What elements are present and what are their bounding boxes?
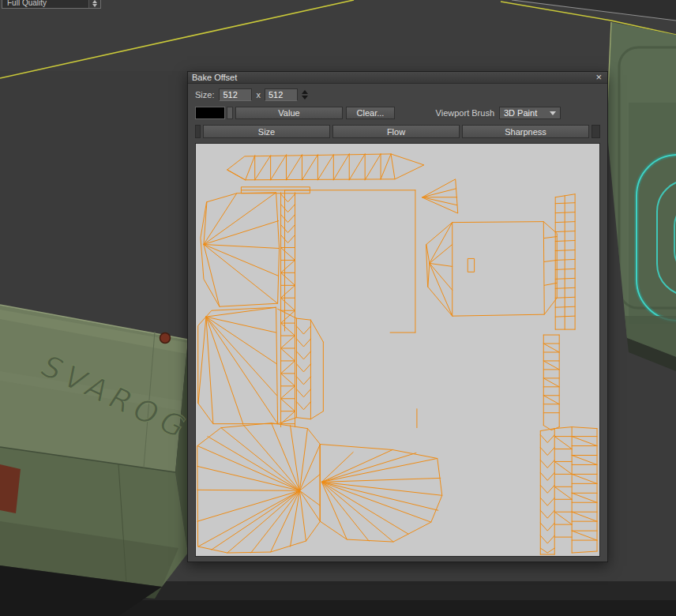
uv-editor-canvas[interactable] (195, 143, 600, 557)
size-stepper[interactable] (302, 90, 308, 100)
channel-tabs-row: Size Flow Sharpness (195, 125, 600, 138)
size-times-label: x (256, 90, 261, 100)
color-swatch[interactable] (195, 107, 225, 119)
viewport-brush-label: Viewport Brush (436, 108, 494, 118)
tab-flow[interactable]: Flow (332, 125, 460, 138)
quality-dropdown[interactable]: Full Quality (2, 0, 101, 9)
close-icon[interactable]: × (594, 73, 603, 82)
spinner-up-icon[interactable] (92, 0, 97, 3)
tab-strip-end-cap-left (195, 125, 201, 138)
clear-button[interactable]: Clear... (346, 107, 395, 119)
tab-strip-end-cap-right (592, 125, 600, 138)
size-label: Size: (195, 90, 214, 100)
3d-viewport[interactable]: SVAROG Full Quality Bake Offset × Size: … (0, 0, 676, 616)
size-row: Size: x (195, 88, 600, 101)
value-button[interactable]: Value (235, 107, 343, 119)
bake-offset-dialog: Bake Offset × Size: x Value Clear... (187, 71, 608, 562)
brush-mode-value: 3D Paint (504, 108, 537, 118)
quality-dropdown-label: Full Quality (2, 0, 88, 8)
dialog-titlebar[interactable]: Bake Offset × (188, 72, 607, 84)
svarog-crate: SVAROG (0, 305, 199, 616)
dialog-body: Size: x Value Clear... Viewport Brush 3D… (188, 84, 607, 557)
paint-controls-row: Value Clear... Viewport Brush 3D Paint (195, 107, 600, 119)
quality-spinner[interactable] (88, 0, 100, 8)
spinner-down-icon[interactable] (92, 4, 97, 7)
dialog-title: Bake Offset (192, 73, 594, 83)
brush-mode-dropdown[interactable]: 3D Paint (499, 107, 561, 119)
tab-size[interactable]: Size (203, 125, 330, 138)
stepper-down-icon[interactable] (302, 96, 308, 100)
value-mini-slider[interactable] (227, 107, 233, 119)
red-marker-dot (160, 333, 171, 344)
uv-wireframe (196, 144, 599, 556)
stepper-up-icon[interactable] (302, 90, 308, 94)
backdrop-shade (0, 0, 676, 71)
chevron-down-icon (550, 111, 556, 115)
size-width-input[interactable] (219, 88, 252, 101)
size-height-input[interactable] (265, 88, 298, 101)
tab-sharpness[interactable]: Sharpness (462, 125, 589, 138)
